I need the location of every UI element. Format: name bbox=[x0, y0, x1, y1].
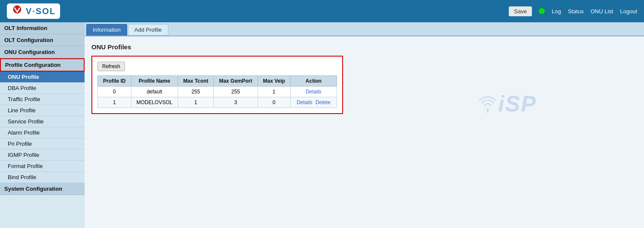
save-button[interactable]: Save bbox=[509, 6, 532, 16]
col-max-tcont: Max Tcont bbox=[178, 76, 213, 87]
wifi-icon bbox=[479, 93, 496, 114]
vsol-logo-icon bbox=[11, 5, 23, 17]
cell-row1-col3: 3 bbox=[214, 97, 258, 108]
sidebar-item-olt-configuration[interactable]: OLT Configuration bbox=[0, 34, 85, 46]
sidebar-item-profile-configuration[interactable]: Profile Configuration bbox=[0, 58, 85, 72]
cell-row1-col1: MODELOVSOL bbox=[131, 97, 178, 108]
cell-row0-col4: 1 bbox=[258, 87, 290, 97]
sidebar-item-olt-information[interactable]: OLT Information bbox=[0, 22, 85, 34]
col-action: Action bbox=[290, 76, 337, 87]
page-title: ONU Profiles bbox=[91, 43, 637, 51]
header: V·SOL Save Log Status ONU List Logout bbox=[0, 0, 644, 22]
sidebar-item-system-configuration[interactable]: System Configuration bbox=[0, 183, 85, 195]
tab-add-profile[interactable]: Add Profile bbox=[128, 24, 168, 36]
delete-button-row1[interactable]: Delete bbox=[315, 99, 331, 105]
sidebar-item-pri-profile[interactable]: Pri Profile bbox=[0, 138, 85, 150]
refresh-button[interactable]: Refresh bbox=[97, 62, 125, 71]
content-area: ONU Profiles Refresh Profile ID Profile … bbox=[85, 36, 644, 121]
cell-row0-col2: 255 bbox=[178, 87, 213, 97]
status-indicator bbox=[539, 8, 545, 14]
sidebar-item-onu-configuration[interactable]: ONU Configuration bbox=[0, 46, 85, 58]
sidebar-item-traffic-profile[interactable]: Traffic Profile bbox=[0, 94, 85, 105]
sidebar-item-onu-profile[interactable]: ONU Profile bbox=[0, 72, 85, 83]
main-content: Information Add Profile ONU Profiles Ref… bbox=[85, 22, 644, 228]
tab-information[interactable]: Information bbox=[86, 24, 127, 36]
cell-row0-col0: 0 bbox=[98, 87, 131, 97]
sidebar-item-format-profile[interactable]: Format Profile bbox=[0, 161, 85, 172]
col-profile-id: Profile ID bbox=[98, 76, 131, 87]
header-right: Save Log Status ONU List Logout bbox=[509, 6, 637, 16]
tab-bar: Information Add Profile bbox=[85, 22, 644, 36]
sidebar: OLT Information OLT Configuration ONU Co… bbox=[0, 22, 85, 228]
status-button[interactable]: Status bbox=[568, 8, 584, 15]
sidebar-item-alarm-profile[interactable]: Alarm Profile bbox=[0, 127, 85, 138]
cell-row1-action: Details Delete bbox=[290, 97, 337, 108]
cell-row1-col0: 1 bbox=[98, 97, 131, 108]
profiles-table: Profile ID Profile Name Max Tcont Max Ge… bbox=[97, 75, 337, 108]
logo-text: V·SOL bbox=[26, 6, 56, 16]
sidebar-item-service-profile[interactable]: Service Profile bbox=[0, 116, 85, 127]
col-max-gemport: Max GemPort bbox=[214, 76, 258, 87]
profiles-table-container: Refresh Profile ID Profile Name Max Tcon… bbox=[91, 56, 343, 114]
svg-point-1 bbox=[487, 109, 489, 111]
details-button-row1[interactable]: Details bbox=[296, 99, 313, 105]
sidebar-item-dba-profile[interactable]: DBA Profile bbox=[0, 83, 85, 94]
onu-list-button[interactable]: ONU List bbox=[591, 8, 614, 15]
sidebar-item-line-profile[interactable]: Line Profile bbox=[0, 105, 85, 116]
header-left: V·SOL bbox=[7, 3, 60, 19]
isp-watermark: iSP bbox=[479, 91, 537, 117]
col-max-veip: Max Veip bbox=[258, 76, 290, 87]
cell-row1-col2: 1 bbox=[178, 97, 213, 108]
logo-area: V·SOL bbox=[7, 3, 60, 19]
sidebar-item-bind-profile[interactable]: Bind Profile bbox=[0, 172, 85, 183]
col-profile-name: Profile Name bbox=[131, 76, 178, 87]
table-body: 0default2552551Details 1MODELOVSOL130Det… bbox=[98, 87, 337, 108]
table-header-row: Profile ID Profile Name Max Tcont Max Ge… bbox=[98, 76, 337, 87]
logout-button[interactable]: Logout bbox=[620, 8, 637, 15]
cell-row1-col4: 0 bbox=[258, 97, 290, 108]
cell-row0-col1: default bbox=[131, 87, 178, 97]
sidebar-item-igmp-profile[interactable]: IGMP Profile bbox=[0, 150, 85, 161]
isp-text: iSP bbox=[498, 91, 537, 117]
details-button-row0[interactable]: Details bbox=[305, 89, 322, 95]
cell-row0-action: Details bbox=[290, 87, 337, 97]
table-row: 0default2552551Details bbox=[98, 87, 337, 97]
cell-row0-col3: 255 bbox=[214, 87, 258, 97]
table-row: 1MODELOVSOL130Details Delete bbox=[98, 97, 337, 108]
log-button[interactable]: Log bbox=[552, 8, 561, 15]
